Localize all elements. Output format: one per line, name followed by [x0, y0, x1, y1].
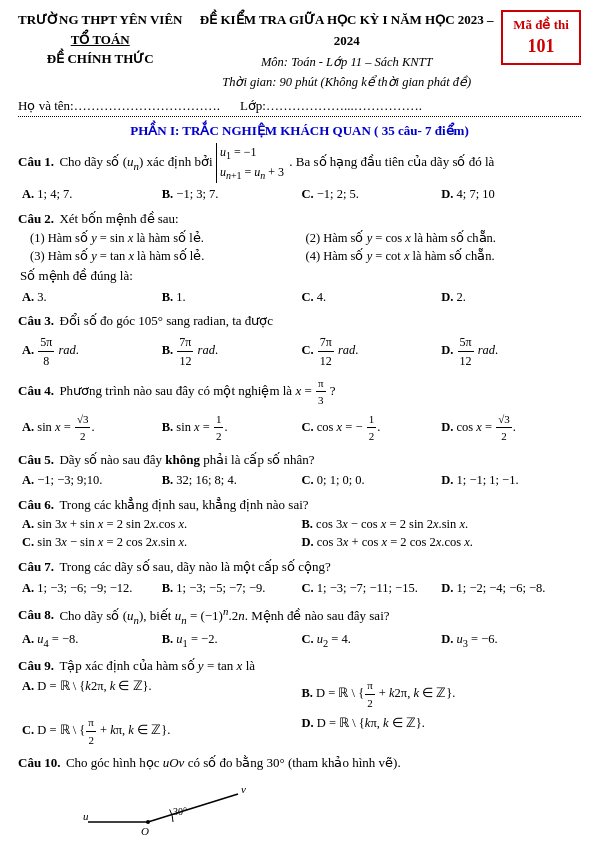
- q4-options: A. sin x = √32. B. sin x = 12. C. cos x …: [18, 411, 581, 445]
- q8-text: Cho dãy số (un), biết un = (−1)n.2n. Mện…: [59, 608, 389, 623]
- q9-opt-c: C. D = ℝ \ {π2 + kπ, k ∈ ℤ}.: [22, 714, 302, 748]
- ma-de-number: 101: [511, 34, 571, 59]
- q3-num: Câu 3.: [18, 313, 54, 328]
- question-5: Câu 5. Dãy số nào sau đây không phải là …: [18, 450, 581, 490]
- q5-text: Dãy số nào sau đây không phải là cấp số …: [59, 452, 314, 467]
- svg-text:u: u: [83, 810, 89, 822]
- q2-opt-d: D. 2.: [441, 288, 581, 307]
- q2-sub4: (4) Hàm số y = cot x là hàm số chẵn.: [306, 247, 582, 266]
- ma-de-label: Mã đề thi: [511, 16, 571, 34]
- school-info: TRƯỜNG THPT YÊN VIÊN TỔ TOÁN ĐỀ CHÍNH TH…: [18, 10, 182, 69]
- exam-info: ĐỀ KIỂM TRA GIỮA HỌC KỲ I NĂM HỌC 2023 –…: [192, 10, 501, 92]
- q1-opt-a: A. 1; 4; 7.: [22, 185, 162, 204]
- student-info-line: Họ và tên:……………………………. Lớp:………………...……………: [18, 98, 581, 117]
- q8-opt-c: C. u2 = 4.: [302, 630, 442, 651]
- q6-opt-b: B. cos 3x − cos x = 2 sin 2x.sin x.: [302, 515, 582, 534]
- q5-opt-d: D. 1; −1; 1; −1.: [441, 471, 581, 490]
- question-9: Câu 9. Tập xác định của hàm số y = tan x…: [18, 656, 581, 749]
- angle-diagram: u v 30° O: [78, 777, 278, 846]
- q2-sub2: (2) Hàm số y = cos x là hàm số chẵn.: [306, 229, 582, 248]
- q4-num: Câu 4.: [18, 383, 54, 398]
- svg-text:O: O: [141, 825, 149, 837]
- q3-text: Đổi số đo góc 105° sang radian, ta được: [59, 313, 273, 328]
- q2-sub3: (3) Hàm số y = tan x là hàm số lẻ.: [30, 247, 306, 266]
- q5-num: Câu 5.: [18, 452, 54, 467]
- q6-options: A. sin 3x + sin x = 2 sin 2x.cos x. B. c…: [18, 515, 581, 553]
- q2-sub: (1) Hàm số y = sin x là hàm số lẻ. (2) H…: [18, 229, 581, 267]
- q1-num: Câu 1.: [18, 154, 54, 169]
- q5-opt-b: B. 32; 16; 8; 4.: [162, 471, 302, 490]
- q5-opt-a: A. −1; −3; 9;10.: [22, 471, 162, 490]
- q9-opt-a: A. D = ℝ \ {k2π, k ∈ ℤ}.: [22, 677, 302, 711]
- q4-text: Phương trình nào sau đây có một nghiệm l…: [59, 383, 335, 398]
- q3-options: A. 5π8 rad. B. 7π12 rad. C. 7π12 rad. D.…: [18, 333, 581, 370]
- q2-options: A. 3. B. 1. C. 4. D. 2.: [18, 288, 581, 307]
- q2-opt-a: A. 3.: [22, 288, 162, 307]
- page-header: TRƯỜNG THPT YÊN VIÊN TỔ TOÁN ĐỀ CHÍNH TH…: [18, 10, 581, 92]
- q2-text: Xét bốn mệnh đề sau:: [59, 211, 178, 226]
- q6-opt-a: A. sin 3x + sin x = 2 sin 2x.cos x.: [22, 515, 302, 534]
- svg-text:30°: 30°: [173, 806, 187, 817]
- q4-opt-c: C. cos x = − 12.: [302, 411, 442, 445]
- q7-opt-c: C. 1; −3; −7; −11; −15.: [302, 579, 442, 598]
- q1-sys1: u1 = −1: [220, 143, 284, 163]
- q1-opt-b: B. −1; 3; 7.: [162, 185, 302, 204]
- question-3: Câu 3. Đổi số đo góc 105° sang radian, t…: [18, 311, 581, 370]
- q6-opt-d: D. cos 3x + cos x = 2 cos 2x.cos x.: [302, 533, 582, 552]
- question-2: Câu 2. Xét bốn mệnh đề sau: (1) Hàm số y…: [18, 209, 581, 306]
- q7-opt-b: B. 1; −3; −5; −7; −9.: [162, 579, 302, 598]
- svg-text:v: v: [241, 783, 246, 795]
- q6-text: Trong các khẳng định sau, khẳng định nào…: [59, 497, 308, 512]
- q4-opt-b: B. sin x = 12.: [162, 411, 302, 445]
- q5-opt-c: C. 0; 1; 0; 0.: [302, 471, 442, 490]
- class-label: Lớp:………………...…………….: [240, 98, 422, 114]
- q2-sub1: (1) Hàm số y = sin x là hàm số lẻ.: [30, 229, 306, 248]
- q8-num: Câu 8.: [18, 608, 54, 623]
- question-6: Câu 6. Trong các khẳng định sau, khẳng đ…: [18, 495, 581, 552]
- q3-opt-c: C. 7π12 rad.: [302, 333, 442, 370]
- ma-de-box: Mã đề thi 101: [501, 10, 581, 65]
- q1-opt-d: D. 4; 7; 10: [441, 185, 581, 204]
- q9-num: Câu 9.: [18, 658, 54, 673]
- angle-svg: u v 30° O: [78, 777, 278, 846]
- q7-num: Câu 7.: [18, 559, 54, 574]
- q9-opt-d: D. D = ℝ \ {kπ, k ∈ ℤ}.: [302, 714, 582, 748]
- q1-options: A. 1; 4; 7. B. −1; 3; 7. C. −1; 2; 5. D.…: [18, 185, 581, 204]
- q7-opt-a: A. 1; −3; −6; −9; −12.: [22, 579, 162, 598]
- q4-opt-a: A. sin x = √32.: [22, 411, 162, 445]
- q7-options: A. 1; −3; −6; −9; −12. B. 1; −3; −5; −7;…: [18, 579, 581, 598]
- q9-options: A. D = ℝ \ {k2π, k ∈ ℤ}. B. D = ℝ \ {π2 …: [18, 677, 581, 748]
- q1-sys2: un+1 = un + 3: [220, 163, 284, 183]
- q7-opt-d: D. 1; −2; −4; −6; −8.: [441, 579, 581, 598]
- q9-opt-b: B. D = ℝ \ {π2 + k2π, k ∈ ℤ}.: [302, 677, 582, 711]
- question-1: Câu 1. Cho dãy số (un) xác định bởi u1 =…: [18, 143, 581, 205]
- q8-opt-b: B. u1 = −2.: [162, 630, 302, 651]
- q2-num: Câu 2.: [18, 211, 54, 226]
- q5-options: A. −1; −3; 9;10. B. 32; 16; 8; 4. C. 0; …: [18, 471, 581, 490]
- q8-options: A. u4 = −8. B. u1 = −2. C. u2 = 4. D. u3…: [18, 630, 581, 651]
- question-8: Câu 8. Cho dãy số (un), biết un = (−1)n.…: [18, 602, 581, 650]
- q2-opt-b: B. 1.: [162, 288, 302, 307]
- time-line: Thời gian: 90 phút (Không kể thời gian p…: [192, 72, 501, 92]
- name-label: Họ và tên:…………………………….: [18, 98, 220, 114]
- q2-text2: Số mệnh đề đúng là:: [20, 266, 581, 286]
- department: TỔ TOÁN: [18, 30, 182, 50]
- official-label: ĐỀ CHÍNH THỨC: [18, 49, 182, 69]
- q2-opt-c: C. 4.: [302, 288, 442, 307]
- question-10: Câu 10. Cho góc hình học uOv có số đo bằ…: [18, 753, 581, 846]
- q4-opt-d: D. cos x = √32.: [441, 411, 581, 445]
- q3-opt-d: D. 5π12 rad.: [441, 333, 581, 370]
- q3-opt-b: B. 7π12 rad.: [162, 333, 302, 370]
- q9-text: Tập xác định của hàm số y = tan x là: [59, 658, 255, 673]
- q8-opt-a: A. u4 = −8.: [22, 630, 162, 651]
- q6-opt-c: C. sin 3x − sin x = 2 cos 2x.sin x.: [22, 533, 302, 552]
- school-name: TRƯỜNG THPT YÊN VIÊN: [18, 10, 182, 30]
- exam-title: ĐỀ KIỂM TRA GIỮA HỌC KỲ I NĂM HỌC 2023 –…: [192, 10, 501, 52]
- question-4: Câu 4. Phương trình nào sau đây có một n…: [18, 375, 581, 445]
- q8-opt-d: D. u3 = −6.: [441, 630, 581, 651]
- q1-text2: . Ba số hạng đầu tiên của dãy số đó là: [289, 154, 494, 169]
- section1-title: PHẦN I: TRẮC NGHIỆM KHÁCH QUAN ( 35 câu-…: [18, 123, 581, 139]
- q7-text: Trong các dãy số sau, dãy nào là một cấp…: [59, 559, 330, 574]
- svg-line-3: [148, 794, 238, 822]
- q6-num: Câu 6.: [18, 497, 54, 512]
